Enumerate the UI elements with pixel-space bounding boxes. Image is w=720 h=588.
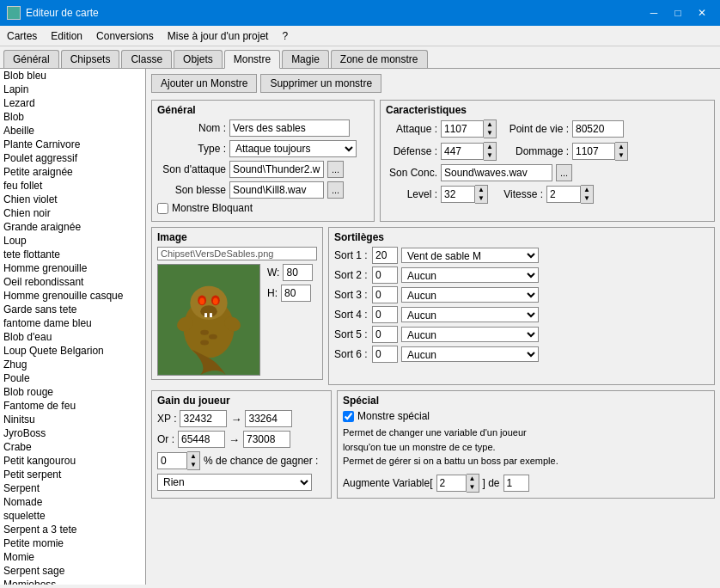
defense-up[interactable]: ▲ <box>484 143 496 151</box>
de-input[interactable] <box>503 475 529 492</box>
list-item[interactable]: Poule <box>0 371 145 385</box>
list-item[interactable]: tete flottante <box>0 248 145 261</box>
monster-special-checkbox[interactable] <box>343 411 354 422</box>
augmente-up[interactable]: ▲ <box>467 475 479 483</box>
list-item[interactable]: Plante Carnivore <box>0 138 145 151</box>
percent-input[interactable] <box>157 452 187 469</box>
list-item[interactable]: Serpent <box>0 481 145 495</box>
percent-up[interactable]: ▲ <box>187 452 199 461</box>
defense-down[interactable]: ▼ <box>484 151 496 160</box>
menu-miseajour[interactable]: Mise à jour d'un projet <box>161 28 276 44</box>
list-item[interactable]: Garde sans tete <box>0 303 145 316</box>
sort-select[interactable]: AucunVent de sable MBoule de feuÉclairSo… <box>401 248 539 263</box>
list-item[interactable]: Homme grenouille casque <box>0 289 145 303</box>
speed-input[interactable] <box>546 186 581 203</box>
sound-attack-browse[interactable]: ... <box>327 161 344 178</box>
sound-attack-input[interactable] <box>229 161 324 178</box>
xp-to-input[interactable] <box>245 410 292 427</box>
sort-select[interactable]: AucunVent de sable MBoule de feuÉclairSo… <box>401 346 539 362</box>
tab-chipsets[interactable]: Chipsets <box>61 50 120 68</box>
damage-down[interactable]: ▼ <box>615 151 627 160</box>
level-up[interactable]: ▲ <box>475 186 487 194</box>
sound-hurt-browse[interactable]: ... <box>327 181 344 199</box>
list-item[interactable]: Loup Quete Belgarion <box>0 344 145 358</box>
list-item[interactable]: JyroBoss <box>0 426 145 440</box>
list-item[interactable]: squelette <box>0 509 145 523</box>
list-item[interactable]: Grande araignée <box>0 220 145 234</box>
menu-edition[interactable]: Edition <box>44 28 89 44</box>
sort-num-input[interactable] <box>372 326 398 343</box>
name-input[interactable] <box>229 119 350 137</box>
w-input[interactable] <box>283 264 313 281</box>
sort-num-input[interactable] <box>372 286 398 303</box>
list-item[interactable]: Poulet aggressif <box>0 151 145 165</box>
list-item[interactable]: feu follet <box>0 179 145 193</box>
level-down[interactable]: ▼ <box>475 194 487 203</box>
list-item[interactable]: Zhug <box>0 358 145 371</box>
list-item[interactable]: Serpent a 3 tete <box>0 523 145 536</box>
menu-cartes[interactable]: Cartes <box>0 28 44 44</box>
tab-classe[interactable]: Classe <box>121 50 172 68</box>
add-monster-button[interactable]: Ajouter un Monstre <box>151 74 257 93</box>
sort-select[interactable]: AucunVent de sable MBoule de feuÉclairSo… <box>401 267 539 283</box>
list-item[interactable]: Loup <box>0 234 145 248</box>
augmente-down[interactable]: ▼ <box>467 483 479 492</box>
sort-num-input[interactable] <box>372 266 398 284</box>
item-select[interactable]: Rien <box>157 474 312 491</box>
list-item[interactable]: Crabe <box>0 440 145 454</box>
sort-select[interactable]: AucunVent de sable MBoule de feuÉclairSo… <box>401 327 539 342</box>
tab-objets[interactable]: Objets <box>174 50 223 68</box>
sort-select[interactable]: AucunVent de sable MBoule de feuÉclairSo… <box>401 307 539 322</box>
monster-blocking-checkbox[interactable] <box>157 203 168 214</box>
minimize-button[interactable]: ─ <box>643 4 665 21</box>
list-item[interactable]: fantome dame bleu <box>0 316 145 330</box>
list-item[interactable]: Lapin <box>0 83 145 96</box>
hp-input[interactable] <box>572 120 624 138</box>
attack-up[interactable]: ▲ <box>484 120 496 129</box>
list-item[interactable]: Lezard <box>0 96 145 110</box>
sound-conc-input[interactable] <box>441 164 552 181</box>
sound-conc-browse[interactable]: ... <box>556 164 572 181</box>
h-input[interactable] <box>281 285 311 302</box>
list-item[interactable]: Fantome de feu <box>0 399 145 413</box>
list-item[interactable]: Serpent sage <box>0 564 145 578</box>
attack-input[interactable] <box>441 120 484 138</box>
menu-help[interactable]: ? <box>275 28 295 44</box>
or-from-input[interactable] <box>178 431 225 448</box>
list-item[interactable]: Petit kangourou <box>0 454 145 468</box>
xp-from-input[interactable] <box>180 410 227 427</box>
list-item[interactable]: Blob d'eau <box>0 330 145 344</box>
sound-hurt-input[interactable] <box>229 181 324 199</box>
percent-down[interactable]: ▼ <box>187 461 199 469</box>
damage-up[interactable]: ▲ <box>615 143 627 151</box>
sort-num-input[interactable] <box>372 247 398 264</box>
sort-select[interactable]: AucunVent de sable MBoule de feuÉclairSo… <box>401 287 539 303</box>
list-item[interactable]: Petit serpent <box>0 468 145 481</box>
list-item[interactable]: Nomade <box>0 495 145 509</box>
list-item[interactable]: Ninitsu <box>0 413 145 426</box>
list-item[interactable]: Abeille <box>0 124 145 138</box>
close-button[interactable]: ✕ <box>691 4 713 21</box>
tab-general[interactable]: Général <box>3 50 59 68</box>
list-item[interactable]: Petite momie <box>0 536 145 550</box>
list-item[interactable]: Oeil rebondissant <box>0 275 145 289</box>
delete-monster-button[interactable]: Supprimer un monstre <box>260 74 381 93</box>
tab-magie[interactable]: Magie <box>282 50 329 68</box>
augmente-input[interactable] <box>436 475 467 492</box>
list-item[interactable]: Blob <box>0 110 145 124</box>
menu-conversions[interactable]: Conversions <box>89 28 161 44</box>
list-item[interactable]: Chien noir <box>0 206 145 220</box>
defense-input[interactable] <box>441 143 484 160</box>
tab-zone-monstre[interactable]: Zone de monstre <box>331 50 428 68</box>
list-item[interactable]: Blob bleu <box>0 69 145 83</box>
sort-num-input[interactable] <box>372 346 398 363</box>
type-select[interactable]: Attaque toujoursAttaque si provoquéN'att… <box>229 140 357 157</box>
attack-down[interactable]: ▼ <box>484 129 496 138</box>
maximize-button[interactable]: □ <box>667 4 689 21</box>
tab-monstre[interactable]: Monstre <box>224 50 280 69</box>
level-input[interactable] <box>441 186 475 203</box>
list-item[interactable]: Homme grenouille <box>0 261 145 275</box>
speed-up[interactable]: ▲ <box>581 186 593 194</box>
list-item[interactable]: Petite araignée <box>0 165 145 179</box>
sort-num-input[interactable] <box>372 306 398 323</box>
